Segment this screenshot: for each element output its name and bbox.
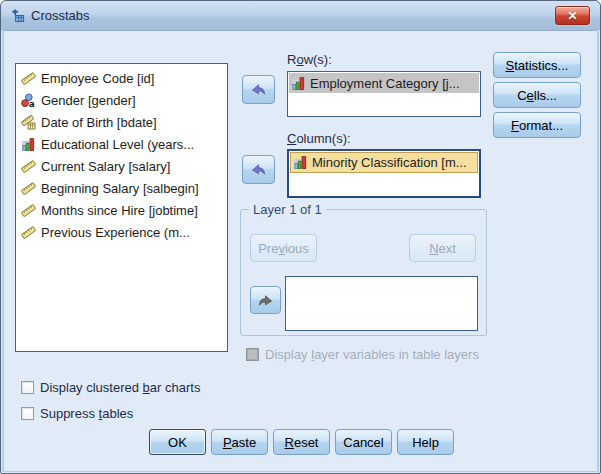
cells-button[interactable]: Cells... (493, 82, 581, 108)
display-layer-variables-label: Display layer variables in table layers (265, 347, 479, 362)
move-to-columns-button[interactable] (242, 155, 275, 184)
scale-icon (21, 71, 36, 86)
statistics-button[interactable]: Statistics... (493, 52, 581, 78)
list-item[interactable]: Employment Category [j... (289, 73, 479, 93)
suppress-tables-checkbox-row: Suppress tables (21, 406, 133, 421)
clustered-bar-checkbox-row: Display clustered bar charts (21, 380, 200, 395)
list-item[interactable]: Previous Experience (m... (16, 221, 227, 243)
variable-label: Current Salary [salary] (41, 159, 170, 174)
list-item[interactable]: Employee Code [id] (16, 67, 227, 89)
next-button[interactable]: Next (409, 234, 476, 262)
titlebar[interactable]: Crosstabs (1, 1, 600, 30)
scale-icon (21, 225, 36, 240)
variable-label: Beginning Salary [salbegin] (41, 181, 199, 196)
ordinal-icon (291, 76, 306, 91)
reset-button[interactable]: Reset (273, 429, 330, 455)
close-icon: ✕ (567, 10, 577, 22)
variable-label: Educational Level (years... (41, 137, 194, 152)
variable-label: Date of Birth [bdate] (41, 115, 157, 130)
list-item[interactable]: Beginning Salary [salbegin] (16, 177, 227, 199)
scale-icon (21, 159, 36, 174)
arrow-left-icon (251, 82, 266, 97)
crosstabs-dialog: Crosstabs ✕ Employee Code [id] Gender [g… (0, 0, 601, 474)
list-item[interactable]: Minority Classification [m... (290, 152, 478, 173)
variable-label: Employment Category [j... (310, 76, 460, 91)
layer-group-title: Layer 1 of 1 (249, 202, 326, 217)
previous-button[interactable]: Previous (250, 234, 317, 262)
variable-label: Employee Code [id] (41, 71, 154, 86)
variable-label: Months since Hire [jobtime] (41, 203, 198, 218)
close-button[interactable]: ✕ (555, 6, 590, 25)
arrow-right-icon (258, 293, 273, 308)
dialog-body: Employee Code [id] Gender [gender] Date … (4, 30, 597, 471)
variable-label: Minority Classification [m... (312, 155, 467, 170)
help-button[interactable]: Help (397, 429, 454, 455)
nominal-icon (21, 93, 36, 108)
ordinal-icon (21, 137, 36, 152)
display-layer-variables-checkbox-row: Display layer variables in table layers (246, 347, 479, 362)
rows-label: Row(s): (287, 52, 332, 67)
window-title: Crosstabs (31, 8, 90, 23)
variable-label: Gender [gender] (41, 93, 136, 108)
cancel-button[interactable]: Cancel (335, 429, 392, 455)
variable-label: Previous Experience (m... (41, 225, 190, 240)
paste-button[interactable]: Paste (211, 429, 268, 455)
variable-list[interactable]: Employee Code [id] Gender [gender] Date … (15, 63, 228, 352)
scale-date-icon (21, 115, 36, 130)
list-item[interactable]: Current Salary [salary] (16, 155, 227, 177)
ok-button[interactable]: OK (149, 429, 206, 455)
arrow-left-icon (251, 162, 266, 177)
rows-list[interactable]: Employment Category [j... (287, 71, 481, 117)
columns-label: Column(s): (287, 131, 351, 146)
format-button[interactable]: Format... (493, 112, 581, 138)
checkbox-unchecked-disabled-icon[interactable] (246, 348, 259, 361)
checkbox-unchecked-icon[interactable] (21, 407, 34, 420)
move-to-rows-button[interactable] (242, 75, 275, 104)
list-item[interactable]: Date of Birth [bdate] (16, 111, 227, 133)
layer-group: Layer 1 of 1 Previous Next (240, 209, 487, 336)
ordinal-icon (293, 155, 308, 170)
clustered-bar-label: Display clustered bar charts (40, 380, 200, 395)
suppress-tables-label: Suppress tables (40, 406, 133, 421)
list-item[interactable]: Educational Level (years... (16, 133, 227, 155)
move-to-layer-button[interactable] (250, 286, 281, 314)
columns-list[interactable]: Minority Classification [m... (287, 149, 481, 198)
crosstabs-app-icon (10, 8, 25, 23)
list-item[interactable]: Gender [gender] (16, 89, 227, 111)
layer-list[interactable] (285, 276, 478, 331)
checkbox-unchecked-icon[interactable] (21, 381, 34, 394)
list-item[interactable]: Months since Hire [jobtime] (16, 199, 227, 221)
scale-icon (21, 203, 36, 218)
scale-icon (21, 181, 36, 196)
